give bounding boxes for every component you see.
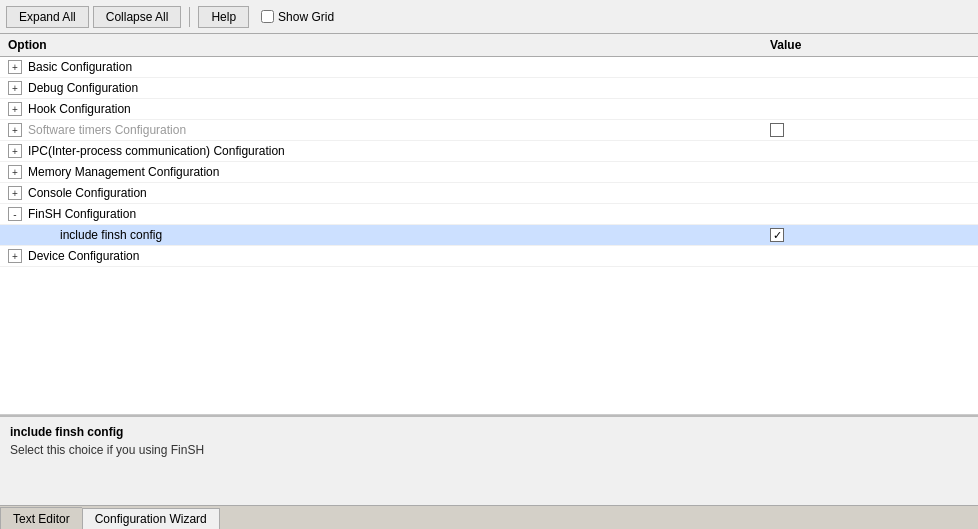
tree-item-include-finsh-config[interactable]: include finsh config	[0, 225, 978, 246]
collapse-icon-finsh-config: -	[8, 207, 22, 221]
checkbox-software-timers-config[interactable]	[770, 123, 784, 137]
tree-item-basic-config[interactable]: +Basic Configuration	[0, 57, 978, 78]
expand-icon-console-config: +	[8, 186, 22, 200]
tree-item-hook-config[interactable]: +Hook Configuration	[0, 99, 978, 120]
item-label-memory-management-config: Memory Management Configuration	[28, 165, 770, 179]
item-label-basic-config: Basic Configuration	[28, 60, 770, 74]
item-value-include-finsh-config[interactable]	[770, 228, 970, 242]
expand-icon-basic-config: +	[8, 60, 22, 74]
expand-all-button[interactable]: Expand All	[6, 6, 89, 28]
item-value-software-timers-config[interactable]	[770, 123, 970, 137]
item-label-finsh-config: FinSH Configuration	[28, 207, 770, 221]
description-text: Select this choice if you using FinSH	[10, 443, 968, 457]
item-label-device-config: Device Configuration	[28, 249, 770, 263]
table-header: Option Value	[0, 34, 978, 57]
item-label-ipc-config: IPC(Inter-process communication) Configu…	[28, 144, 770, 158]
show-grid-label: Show Grid	[278, 10, 334, 24]
item-label-hook-config: Hook Configuration	[28, 102, 770, 116]
collapse-all-button[interactable]: Collapse All	[93, 6, 182, 28]
tree-item-software-timers-config[interactable]: +Software timers Configuration	[0, 120, 978, 141]
column-header-value: Value	[770, 38, 970, 52]
tab-configuration-wizard[interactable]: Configuration Wizard	[82, 508, 220, 529]
item-label-software-timers-config: Software timers Configuration	[28, 123, 770, 137]
tab-text-editor[interactable]: Text Editor	[0, 507, 82, 529]
expand-icon-device-config: +	[8, 249, 22, 263]
toolbar-separator	[189, 7, 190, 27]
tree-item-debug-config[interactable]: +Debug Configuration	[0, 78, 978, 99]
expand-icon-debug-config: +	[8, 81, 22, 95]
tree-item-ipc-config[interactable]: +IPC(Inter-process communication) Config…	[0, 141, 978, 162]
description-panel: include finsh config Select this choice …	[0, 415, 978, 505]
tree-item-device-config[interactable]: +Device Configuration	[0, 246, 978, 267]
toolbar: Expand All Collapse All Help Show Grid	[0, 0, 978, 34]
expand-icon-ipc-config: +	[8, 144, 22, 158]
item-label-include-finsh-config: include finsh config	[60, 228, 770, 242]
expand-icon-memory-management-config: +	[8, 165, 22, 179]
tree-item-console-config[interactable]: +Console Configuration	[0, 183, 978, 204]
tabs-bar: Text EditorConfiguration Wizard	[0, 505, 978, 529]
item-label-console-config: Console Configuration	[28, 186, 770, 200]
item-label-debug-config: Debug Configuration	[28, 81, 770, 95]
tree-list: +Basic Configuration+Debug Configuration…	[0, 57, 978, 415]
checkbox-include-finsh-config[interactable]	[770, 228, 784, 242]
tree-item-memory-management-config[interactable]: +Memory Management Configuration	[0, 162, 978, 183]
expand-icon-software-timers-config: +	[8, 123, 22, 137]
help-button[interactable]: Help	[198, 6, 249, 28]
expand-icon-hook-config: +	[8, 102, 22, 116]
description-title: include finsh config	[10, 425, 968, 439]
column-header-option: Option	[8, 38, 770, 52]
show-grid-container: Show Grid	[261, 10, 334, 24]
main-content: Option Value +Basic Configuration+Debug …	[0, 34, 978, 505]
tree-item-finsh-config[interactable]: -FinSH Configuration	[0, 204, 978, 225]
show-grid-checkbox[interactable]	[261, 10, 274, 23]
